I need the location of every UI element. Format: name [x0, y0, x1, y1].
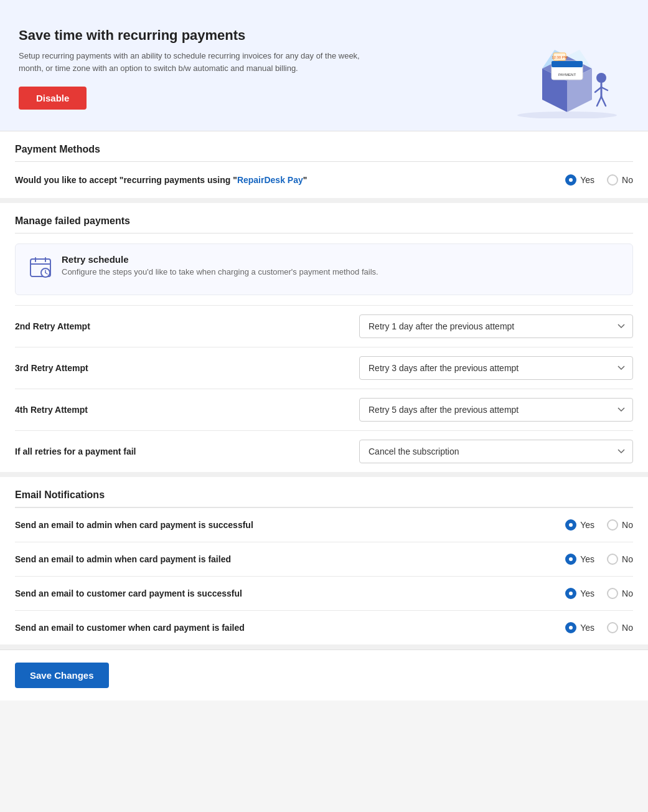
retry-row-2nd: 2nd Retry Attempt Retry 1 day after the …	[15, 305, 633, 347]
svg-rect-6	[552, 61, 583, 67]
svg-line-14	[597, 97, 601, 106]
email-admin-success-label: Send an email to admin when card payment…	[15, 520, 253, 530]
retry-2nd-select[interactable]: Retry 1 day after the previous attempt R…	[359, 314, 633, 338]
email-customer-fail-yes[interactable]: Yes	[565, 622, 594, 633]
hero-content: Save time with recurring payments Setup …	[19, 27, 380, 110]
retry-3rd-label: 3rd Retry Attempt	[15, 363, 88, 373]
save-changes-button[interactable]: Save Changes	[15, 663, 109, 688]
payment-yes-option[interactable]: Yes	[565, 174, 594, 186]
email-admin-success-yes[interactable]: Yes	[565, 519, 594, 531]
email-customer-success-label: Send an email to customer card payment i…	[15, 588, 242, 598]
retry-fail-label: If all retries for a payment fail	[15, 446, 136, 456]
email-admin-success-yes-radio[interactable]	[565, 519, 576, 531]
email-admin-fail-yes[interactable]: Yes	[565, 554, 594, 565]
retry-schedule-box: Retry schedule Configure the steps you'd…	[15, 243, 633, 295]
email-customer-success-radio-group: Yes No	[565, 588, 633, 599]
email-customer-success-yes[interactable]: Yes	[565, 588, 594, 599]
email-admin-fail-label: Send an email to admin when card payment…	[15, 554, 231, 564]
hero-description: Setup recurring payments with an ability…	[19, 50, 380, 74]
email-row-customer-success: Send an email to customer card payment i…	[15, 576, 633, 610]
retry-4th-select[interactable]: Retry 1 day after the previous attempt R…	[359, 398, 633, 422]
svg-point-10	[596, 73, 606, 83]
retry-schedule-desc: Configure the steps you'd like to take w…	[62, 267, 378, 276]
retry-2nd-label: 2nd Retry Attempt	[15, 321, 90, 331]
svg-text:12:30 PM: 12:30 PM	[552, 55, 568, 59]
payment-methods-section: Payment Methods Would you like to accept…	[0, 131, 648, 203]
payment-methods-label: Would you like to accept "recurring paym…	[15, 175, 307, 185]
email-customer-fail-label: Send an email to customer when card paym…	[15, 623, 245, 633]
page-wrapper: Save time with recurring payments Setup …	[0, 0, 648, 701]
svg-point-16	[517, 111, 617, 118]
payment-methods-row: Would you like to accept "recurring paym…	[15, 162, 633, 198]
email-customer-success-no-radio[interactable]	[607, 588, 618, 599]
email-customer-fail-no[interactable]: No	[607, 622, 633, 633]
email-customer-success-yes-radio[interactable]	[565, 588, 576, 599]
disable-button[interactable]: Disable	[19, 87, 87, 110]
email-admin-fail-no-radio[interactable]	[607, 554, 618, 565]
retry-row-4th: 4th Retry Attempt Retry 1 day after the …	[15, 389, 633, 430]
hero-section: Save time with recurring payments Setup …	[0, 0, 648, 131]
email-admin-fail-no[interactable]: No	[607, 554, 633, 565]
email-row-admin-success: Send an email to admin when card payment…	[15, 507, 633, 542]
payment-methods-radio-group: Yes No	[565, 174, 633, 186]
email-customer-fail-radio-group: Yes No	[565, 622, 633, 633]
footer-bar: Save Changes	[0, 649, 648, 701]
hero-title: Save time with recurring payments	[19, 27, 380, 44]
hero-illustration: PAYMENT 12:30 PM	[505, 19, 629, 118]
email-row-admin-fail: Send an email to admin when card payment…	[15, 542, 633, 576]
email-admin-success-no[interactable]: No	[607, 519, 633, 531]
email-admin-success-no-radio[interactable]	[607, 519, 618, 531]
payment-no-radio[interactable]	[607, 174, 618, 186]
email-row-customer-fail: Send an email to customer when card paym…	[15, 610, 633, 644]
retry-4th-label: 4th Retry Attempt	[15, 405, 88, 415]
payment-no-option[interactable]: No	[607, 174, 633, 186]
retry-schedule-title: Retry schedule	[62, 254, 378, 265]
manage-failed-title: Manage failed payments	[15, 203, 633, 234]
retry-row-fail: If all retries for a payment fail Cancel…	[15, 430, 633, 472]
email-admin-success-radio-group: Yes No	[565, 519, 633, 531]
email-customer-fail-no-radio[interactable]	[607, 622, 618, 633]
retry-row-3rd: 3rd Retry Attempt Retry 1 day after the …	[15, 347, 633, 389]
email-customer-fail-yes-radio[interactable]	[565, 622, 576, 633]
email-admin-fail-radio-group: Yes No	[565, 554, 633, 565]
retry-schedule-icon	[28, 255, 53, 285]
svg-text:PAYMENT: PAYMENT	[558, 73, 576, 77]
repairdesk-pay-link[interactable]: RepairDesk Pay	[237, 175, 303, 185]
svg-line-15	[601, 97, 606, 106]
retry-fail-select[interactable]: Cancel the subscription Leave the subscr…	[359, 440, 633, 463]
email-customer-success-no[interactable]: No	[607, 588, 633, 599]
failed-payments-section: Manage failed payments Retry schedule Co…	[0, 203, 648, 477]
payment-methods-title: Payment Methods	[15, 131, 633, 162]
retry-3rd-select[interactable]: Retry 1 day after the previous attempt R…	[359, 356, 633, 380]
email-notifications-title: Email Notifications	[15, 477, 633, 507]
email-notifications-section: Email Notifications Send an email to adm…	[0, 477, 648, 649]
payment-yes-radio[interactable]	[565, 174, 576, 186]
email-admin-fail-yes-radio[interactable]	[565, 554, 576, 565]
